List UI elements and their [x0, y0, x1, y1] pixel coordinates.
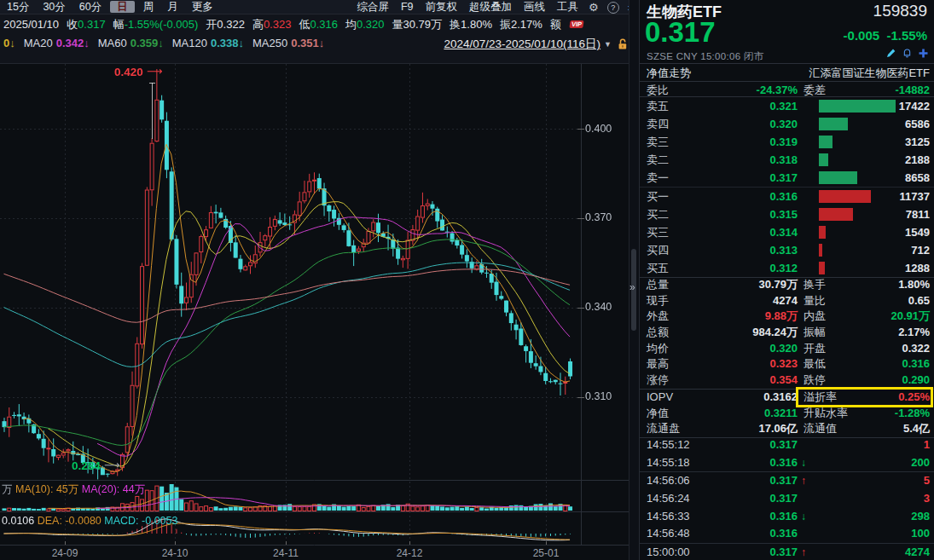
- collapse-panel-icon[interactable]: »: [629, 281, 635, 293]
- menu-item-0[interactable]: 综合屏: [351, 1, 395, 13]
- book-price[interactable]: 0.321: [725, 97, 798, 115]
- period-tab-月[interactable]: 月: [160, 1, 185, 13]
- price-segment: 幅-1.55%(-0.005): [113, 17, 199, 32]
- price-segment-label: 振: [500, 18, 511, 31]
- bid-row[interactable]: 买二0.3157811: [640, 205, 934, 223]
- trading-app-window: 15分30分60分日周月更多 综合屏F9前复权超级叠加画线工具 ⚙ ? › 20…: [0, 0, 934, 560]
- stats-value: 0.320: [769, 341, 798, 357]
- time-and-sales-list[interactable]: 14:55:120.317114:55:180.316↓20014:56:060…: [640, 436, 934, 560]
- book-qty: 17422: [899, 97, 930, 115]
- settings-gear-icon[interactable]: ⚙: [584, 1, 603, 14]
- trade-price: 0.317: [725, 544, 798, 560]
- stats-label: 现手: [647, 293, 669, 309]
- date-range-text[interactable]: 2024/07/23-2025/01/10(116日): [444, 37, 600, 52]
- book-qty: 2188: [905, 151, 930, 169]
- trade-price: 0.316: [725, 525, 798, 543]
- book-price[interactable]: 0.317: [725, 169, 798, 187]
- trade-qty: 5: [924, 472, 930, 490]
- ask-row[interactable]: 卖四0.3206586: [640, 115, 934, 133]
- book-price[interactable]: 0.316: [725, 188, 798, 205]
- book-level-label: 买五: [647, 259, 669, 277]
- book-level-label: 卖一: [647, 169, 669, 187]
- x-axis-label: 24-12: [397, 547, 423, 559]
- price-segment-value: 2.17%: [511, 18, 542, 31]
- book-price[interactable]: 0.319: [725, 133, 798, 151]
- ma-value: 0.338↓: [211, 37, 244, 49]
- stats-value: 9.88万: [765, 309, 798, 325]
- bid-row[interactable]: 买三0.3141549: [640, 223, 934, 241]
- exchange-status: SZSE CNY 15:00:06 闭市: [647, 50, 763, 63]
- trade-row: 14:56:060.317↑5: [640, 472, 934, 490]
- ma-label: MA250: [252, 37, 287, 49]
- candlestick-chart-area[interactable]: 0.4000.3700.3400.310 24-0924-1024-1124-1…: [0, 64, 635, 560]
- stats-value: 4274: [773, 293, 798, 309]
- menu-item-2[interactable]: 前复权: [420, 1, 464, 13]
- premium-rate-highlight-box: [796, 387, 933, 407]
- period-tab-15分[interactable]: 15分: [0, 1, 36, 13]
- quote-panel: 生物药ETF 159839 0.317 -0.005 -1.55% SZSE C…: [640, 0, 934, 560]
- vip-badge: VIP: [569, 20, 583, 28]
- period-tab-日[interactable]: 日: [110, 1, 135, 13]
- nav-tab-nav-trend[interactable]: 净值走势: [647, 65, 691, 81]
- ask-row[interactable]: 卖一0.3178658: [640, 169, 934, 188]
- trade-qty: 1: [924, 436, 930, 454]
- bid-row[interactable]: 买五0.3121288: [640, 259, 934, 278]
- book-qty: 1549: [905, 223, 930, 241]
- stats-label: 总额: [647, 325, 669, 341]
- price-segment-label: 低: [299, 18, 310, 31]
- book-depth-bar: [819, 118, 848, 130]
- stats-row: IOPV0.3162溢折率0.25%: [640, 390, 934, 406]
- ma-legend-clipped: 0↓: [3, 37, 15, 49]
- stats-value: 20.91万: [890, 309, 930, 325]
- menu-item-4[interactable]: 画线: [518, 1, 551, 13]
- last-price: 0.317: [645, 16, 716, 49]
- trade-price: 0.316: [725, 454, 798, 472]
- ma-value: 0.351↓: [291, 37, 324, 49]
- book-price[interactable]: 0.312: [725, 259, 798, 277]
- unlock-icon[interactable]: [617, 38, 629, 50]
- weibi-row: 委比-24.37% 委差-14882: [640, 81, 934, 97]
- candlestick-chart-canvas[interactable]: [0, 64, 629, 546]
- ma-label: MA120: [172, 37, 207, 49]
- book-price[interactable]: 0.314: [725, 223, 798, 241]
- menu-item-1[interactable]: F9: [395, 1, 420, 13]
- high-callout-arrow-icon: ⟶: [147, 65, 163, 78]
- alert-bell-icon[interactable]: [902, 48, 913, 59]
- low-price-callout: 0.284: [72, 459, 101, 472]
- stats-row: 外盘9.88万内盘20.91万: [640, 309, 934, 325]
- bid-row[interactable]: 买四0.313712: [640, 241, 934, 259]
- ask-row[interactable]: 卖五0.32117422: [640, 97, 934, 115]
- book-price[interactable]: 0.313: [725, 241, 798, 259]
- trade-price: 0.317: [725, 472, 798, 490]
- book-qty: 11737: [900, 188, 930, 205]
- stats-label: 开盘: [803, 341, 826, 357]
- ask-row[interactable]: 卖二0.3182188: [640, 151, 934, 169]
- measure-line: [152, 83, 153, 139]
- period-tab-更多[interactable]: 更多: [185, 1, 220, 13]
- book-price[interactable]: 0.315: [725, 205, 798, 223]
- period-tab-周[interactable]: 周: [136, 1, 161, 13]
- stats-label: 流通盘: [647, 421, 680, 437]
- range-caret-icon[interactable]: ▼: [604, 40, 612, 49]
- book-price[interactable]: 0.318: [725, 151, 798, 169]
- ask-row[interactable]: 卖三0.3193125: [640, 133, 934, 151]
- period-tab-60分[interactable]: 60分: [73, 1, 108, 13]
- trade-qty: 298: [911, 508, 930, 526]
- help-icon[interactable]: ?: [603, 0, 624, 14]
- stats-label: 升贴水率: [803, 406, 848, 422]
- book-depth-bar: [819, 153, 828, 166]
- price-segment: 换1.80%: [450, 17, 492, 32]
- trade-time: 14:56:06: [647, 472, 690, 490]
- date-range-selector[interactable]: 2024/07/23-2025/01/10(116日) ▼: [444, 37, 629, 52]
- edit-pencil-icon[interactable]: [885, 48, 896, 59]
- price-segment-value: 0.316: [310, 18, 338, 31]
- add-plus-icon[interactable]: [918, 48, 929, 59]
- low-callout-arrow-icon: ⟶: [104, 459, 120, 471]
- book-price[interactable]: 0.320: [725, 115, 798, 133]
- period-tab-30分[interactable]: 30分: [36, 1, 72, 13]
- menu-item-5[interactable]: 工具: [551, 1, 584, 13]
- stats-row: 最高0.323最低0.316: [640, 356, 934, 372]
- menu-item-3[interactable]: 超级叠加: [463, 1, 518, 13]
- bid-row[interactable]: 买一0.31611737: [640, 188, 934, 205]
- x-axis-label: 25-01: [533, 547, 560, 559]
